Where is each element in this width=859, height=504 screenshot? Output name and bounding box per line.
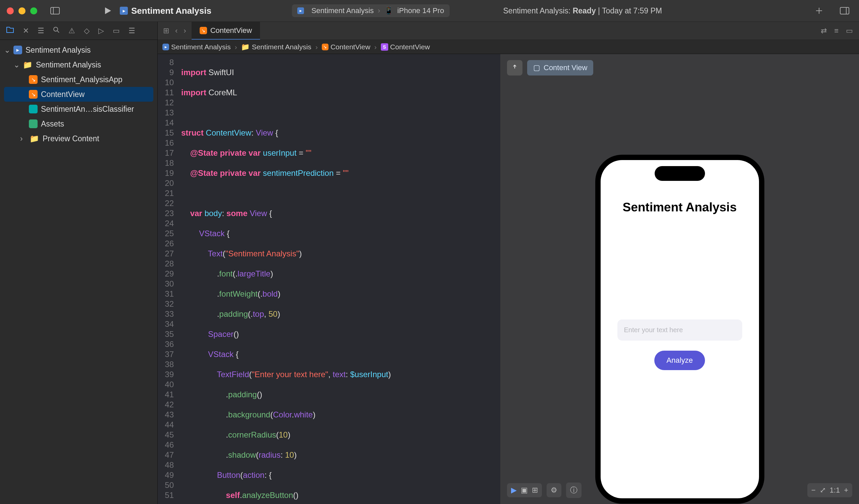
assets-icon — [29, 120, 37, 128]
mlmodel-icon — [29, 105, 37, 113]
toggle-canvas-icon[interactable]: ▭ — [846, 27, 853, 35]
navigate-back-icon[interactable]: ‹ — [175, 27, 178, 35]
file-tab-active[interactable]: ↘ ContentView — [192, 22, 260, 40]
status-prefix: Sentiment Analysis: — [503, 6, 571, 15]
selectable-preview-icon[interactable]: ▣ — [521, 486, 528, 494]
zoom-controls[interactable]: − ⤢ 1:1 + — [807, 483, 852, 497]
device-settings-control[interactable]: ⚙ — [547, 483, 561, 497]
swift-file-icon: ↘ — [29, 90, 37, 98]
device-settings-icon[interactable]: ⚙ — [551, 486, 557, 494]
preview-label: Content View — [544, 63, 587, 72]
chevron-right-icon: › — [315, 43, 318, 51]
tree-root[interactable]: ⌄ ▸ Sentiment Analysis — [0, 43, 157, 57]
device-screen[interactable]: Sentiment Analysis Enter your text here … — [601, 160, 759, 498]
jump-seg-1[interactable]: Sentiment Analysis — [252, 43, 311, 51]
project-icon: ▸ — [162, 44, 169, 50]
chevron-down-icon[interactable]: ⌄ — [13, 60, 19, 70]
dynamic-island — [655, 166, 705, 181]
add-icon[interactable] — [814, 6, 824, 16]
tree-preview-content[interactable]: › 📁 Preview Content — [0, 131, 157, 146]
device-icon: 📱 — [384, 6, 393, 15]
debug-navigator-tab[interactable]: ▷ — [98, 27, 104, 35]
line-gutter: 8910111213141516171819202122232425262728… — [158, 54, 178, 504]
project-tree: ⌄ ▸ Sentiment Analysis ⌄ 📁 Sentiment Ana… — [0, 40, 157, 149]
preview-icon: ▢ — [533, 63, 540, 72]
code-editor[interactable]: 8910111213141516171819202122232425262728… — [158, 54, 500, 504]
minimize-window-button[interactable] — [18, 7, 26, 14]
chevron-down-icon[interactable]: ⌄ — [4, 46, 10, 55]
report-navigator-tab[interactable]: ☰ — [129, 27, 135, 35]
breakpoint-navigator-tab[interactable]: ▭ — [113, 27, 120, 35]
tree-file-label: Sentiment_AnalysisApp — [41, 75, 122, 84]
tree-file-contentview[interactable]: ↘ ContentView — [4, 87, 153, 102]
library-icon[interactable] — [840, 6, 849, 16]
zoom-in-icon[interactable]: + — [844, 486, 848, 494]
variants-preview-icon[interactable]: ⊞ — [532, 486, 538, 494]
test-navigator-tab[interactable]: ◇ — [84, 27, 90, 35]
jump-seg-2[interactable]: ContentView — [331, 43, 371, 51]
jump-seg-3[interactable]: ContentView — [390, 43, 430, 51]
toggle-sidebar-icon[interactable] — [50, 6, 60, 16]
folder-icon: 📁 — [23, 60, 32, 70]
jump-bar[interactable]: ▸ Sentiment Analysis › 📁 Sentiment Analy… — [158, 40, 859, 54]
info-icon[interactable]: ⓘ — [570, 485, 577, 495]
navigator-tabs: ✕ ☰ ⚠ ◇ ▷ ▭ ☰ — [0, 22, 157, 40]
zoom-actual-icon[interactable]: 1:1 — [830, 486, 840, 494]
chevron-right-icon: › — [235, 43, 237, 51]
navigate-forward-icon[interactable]: › — [183, 27, 186, 35]
folder-icon: 📁 — [241, 43, 250, 51]
scheme-selector[interactable]: ▸ Sentiment Analysis › 📱 iPhone 14 Pro — [292, 4, 450, 17]
issue-navigator-tab[interactable]: ⚠ — [69, 27, 75, 35]
tree-file-label: ContentView — [41, 90, 85, 99]
preview-mode-controls[interactable]: ▶ ▣ ⊞ — [507, 483, 542, 497]
run-button[interactable] — [103, 6, 113, 16]
jump-seg-0[interactable]: Sentiment Analysis — [171, 43, 230, 51]
titlebar: ▸ Sentiment Analysis ▸ Sentiment Analysi… — [0, 0, 859, 22]
tree-root-label: Sentiment Analysis — [26, 46, 91, 55]
minimap-icon[interactable]: ≡ — [834, 27, 839, 35]
window-controls — [7, 7, 37, 14]
preview-info-control[interactable]: ⓘ — [566, 483, 582, 498]
close-window-button[interactable] — [7, 7, 14, 14]
reload-icon[interactable]: ⇄ — [821, 27, 827, 35]
status-time: Today at 7:59 PM — [602, 6, 662, 15]
preview-canvas[interactable]: ▢ Content View Sentiment Analysis Enter … — [500, 54, 859, 504]
live-preview-icon[interactable]: ▶ — [511, 486, 517, 494]
project-title: Sentiment Analysis — [131, 6, 211, 16]
svg-line-8 — [57, 31, 59, 33]
tree-group[interactable]: ⌄ 📁 Sentiment Analysis — [0, 57, 157, 72]
tree-file-label: Assets — [41, 120, 64, 128]
tree-assets[interactable]: Assets — [0, 117, 157, 131]
tree-file-app[interactable]: ↘ Sentiment_AnalysisApp — [0, 72, 157, 87]
svg-point-7 — [54, 27, 58, 31]
editor-area: ⊞ ‹ › ↘ ContentView ⇄ ≡ ▭ ▸ Sentiment An… — [158, 22, 859, 504]
source-control-navigator-tab[interactable]: ✕ — [23, 27, 29, 35]
zoom-window-button[interactable] — [30, 7, 37, 14]
zoom-fit-icon[interactable]: ⤢ — [820, 486, 826, 494]
tree-file-label: SentimentAn…sisClassifier — [41, 105, 134, 114]
chevron-right-icon[interactable]: › — [20, 134, 26, 143]
scheme-icon: ▸ — [297, 7, 304, 14]
tree-file-label: Preview Content — [43, 134, 99, 143]
zoom-out-icon[interactable]: − — [811, 486, 816, 494]
pin-preview-button[interactable] — [507, 60, 523, 76]
symbol-navigator-tab[interactable]: ☰ — [37, 27, 44, 35]
project-icon: ▸ — [13, 46, 22, 55]
tree-file-classifier[interactable]: SentimentAn…sisClassifier — [0, 102, 157, 117]
project-navigator-tab[interactable] — [6, 27, 14, 35]
status-state: Ready — [573, 6, 596, 15]
preview-textfield[interactable]: Enter your text here — [617, 319, 742, 340]
device-name: iPhone 14 Pro — [397, 6, 444, 15]
svg-rect-0 — [51, 7, 59, 14]
preview-label-chip[interactable]: ▢ Content View — [527, 60, 593, 76]
tree-group-label: Sentiment Analysis — [36, 60, 101, 70]
tab-bar: ⊞ ‹ › ↘ ContentView ⇄ ≡ ▭ — [158, 22, 859, 40]
tab-label: ContentView — [210, 26, 252, 35]
related-items-icon[interactable]: ⊞ — [163, 27, 169, 35]
activity-status: Sentiment Analysis: Ready | Today at 7:5… — [503, 6, 662, 15]
code-body[interactable]: import SwiftUI import CoreML struct Cont… — [178, 54, 500, 504]
find-navigator-tab[interactable] — [53, 27, 60, 35]
svg-marker-2 — [105, 7, 111, 14]
swift-file-icon: ↘ — [322, 44, 329, 50]
preview-analyze-button[interactable]: Analyze — [654, 351, 705, 370]
